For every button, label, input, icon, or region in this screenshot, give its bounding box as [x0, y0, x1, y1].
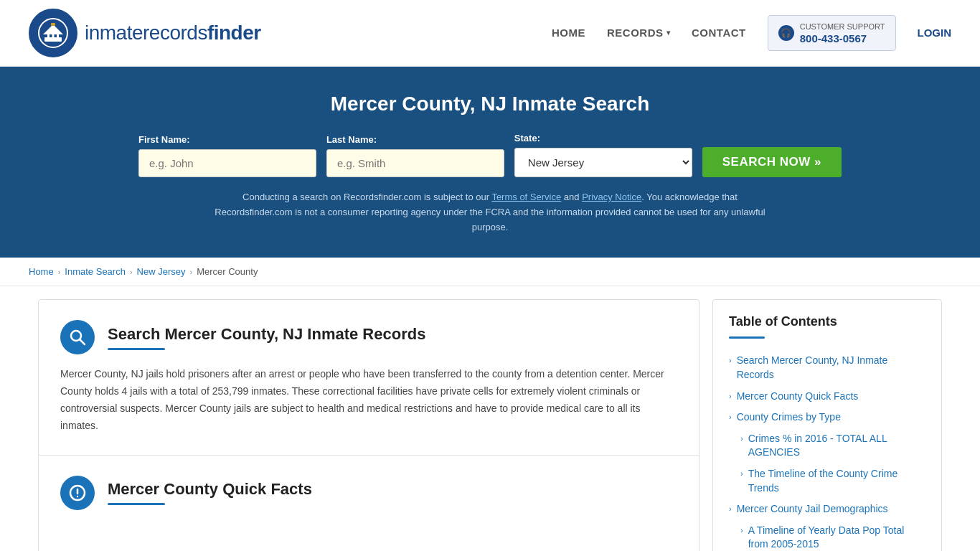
toc-divider: [729, 336, 765, 339]
hero-section: Mercer County, NJ Inmate Search First Na…: [0, 67, 980, 258]
search-title-underline: [108, 348, 165, 350]
first-name-label: First Name:: [138, 134, 190, 145]
quickfacts-section-icon: [60, 476, 95, 510]
logo-text: inmaterecordsfinder: [85, 22, 261, 44]
breadcrumb-sep-3: ›: [190, 268, 193, 276]
svg-line-8: [80, 340, 85, 345]
support-phone: 800-433-0567: [800, 32, 885, 44]
toc-item-2[interactable]: › County Crimes by Type: [729, 407, 925, 428]
toc-box: Table of Contents › Search Mercer County…: [712, 299, 942, 551]
main-content: Search Mercer County, NJ Inmate Records …: [24, 299, 956, 551]
quickfacts-title-wrap: Mercer County Quick Facts: [108, 480, 677, 505]
content-left: Search Mercer County, NJ Inmate Records …: [38, 299, 699, 551]
chevron-right-icon-3: ›: [740, 433, 743, 444]
support-label: CUSTOMER SUPPORT: [800, 22, 885, 32]
state-group: State: New Jersey New York California Pe…: [514, 133, 692, 177]
nav-records[interactable]: RECORDS ▾: [607, 27, 670, 39]
toc-item-4[interactable]: › The Timeline of the County Crime Trend…: [729, 463, 925, 499]
first-name-group: First Name:: [138, 134, 316, 177]
toc-title: Table of Contents: [729, 314, 925, 329]
chevron-right-icon-5: ›: [729, 504, 732, 514]
search-button[interactable]: SEARCH NOW »: [702, 147, 842, 177]
sidebar: Table of Contents › Search Mercer County…: [712, 299, 942, 551]
logo-icon: [29, 9, 77, 57]
search-section-header: Search Mercer County, NJ Inmate Records: [60, 320, 677, 354]
privacy-link[interactable]: Privacy Notice: [582, 192, 641, 202]
last-name-label: Last Name:: [326, 134, 377, 145]
breadcrumb: Home › Inmate Search › New Jersey › Merc…: [0, 258, 980, 286]
nav-home[interactable]: HOME: [552, 27, 585, 39]
tos-link[interactable]: Terms of Service: [491, 192, 561, 202]
search-form: First Name: Last Name: State: New Jersey…: [138, 133, 842, 177]
state-label: State:: [514, 133, 540, 143]
quickfacts-section-header: Mercer County Quick Facts: [60, 476, 677, 510]
first-name-input[interactable]: [138, 149, 316, 177]
quickfacts-title-underline: [108, 503, 165, 505]
toc-item-5[interactable]: › Mercer County Jail Demographics: [729, 499, 925, 520]
search-section-body: Mercer County, NJ jails hold prisoners a…: [60, 366, 677, 434]
nav-contact[interactable]: CONTACT: [692, 27, 746, 39]
toc-item-6[interactable]: › A Timeline of Yearly Data Pop Total fr…: [729, 520, 925, 551]
login-button[interactable]: LOGIN: [918, 27, 952, 39]
toc-item-1[interactable]: › Mercer County Quick Facts: [729, 386, 925, 408]
toc-item-0[interactable]: › Search Mercer County, NJ Inmate Record…: [729, 350, 925, 385]
hero-disclaimer: Conducting a search on Recordsfinder.com…: [203, 190, 777, 235]
state-select[interactable]: New Jersey New York California Pennsylva…: [514, 148, 692, 177]
chevron-right-icon-4: ›: [740, 468, 743, 479]
search-title-wrap: Search Mercer County, NJ Inmate Records: [108, 325, 677, 350]
chevron-down-icon: ▾: [666, 29, 671, 37]
chevron-right-icon-1: ›: [729, 391, 732, 402]
logo-area: inmaterecordsfinder: [29, 9, 261, 57]
last-name-group: Last Name:: [326, 134, 504, 177]
breadcrumb-sep-2: ›: [130, 268, 133, 276]
last-name-input[interactable]: [326, 149, 504, 177]
breadcrumb-inmate-search[interactable]: Inmate Search: [65, 266, 126, 277]
chevron-right-icon-0: ›: [729, 355, 732, 366]
quickfacts-section-title: Mercer County Quick Facts: [108, 480, 677, 499]
toc-item-3[interactable]: › Crimes % in 2016 - TOTAL ALL AGENCIES: [729, 428, 925, 463]
customer-support-box: 🎧 CUSTOMER SUPPORT 800-433-0567: [768, 15, 896, 50]
chevron-right-icon-2: ›: [729, 412, 732, 423]
breadcrumb-sep-1: ›: [58, 268, 61, 276]
site-header: inmaterecordsfinder HOME RECORDS ▾ CONTA…: [0, 0, 980, 67]
breadcrumb-current: Mercer County: [197, 266, 258, 277]
chevron-right-icon-6: ›: [740, 525, 743, 536]
search-section-icon: [60, 320, 95, 354]
svg-rect-6: [51, 23, 55, 26]
search-section: Search Mercer County, NJ Inmate Records …: [39, 300, 699, 455]
headset-icon: 🎧: [778, 25, 794, 41]
quickfacts-section: Mercer County Quick Facts: [39, 456, 699, 542]
breadcrumb-new-jersey[interactable]: New Jersey: [137, 266, 186, 277]
main-nav: HOME RECORDS ▾ CONTACT 🎧 CUSTOMER SUPPOR…: [552, 15, 951, 50]
hero-title: Mercer County, NJ Inmate Search: [29, 93, 951, 116]
svg-point-10: [77, 495, 78, 496]
breadcrumb-home[interactable]: Home: [29, 266, 54, 277]
search-section-title: Search Mercer County, NJ Inmate Records: [108, 325, 677, 344]
